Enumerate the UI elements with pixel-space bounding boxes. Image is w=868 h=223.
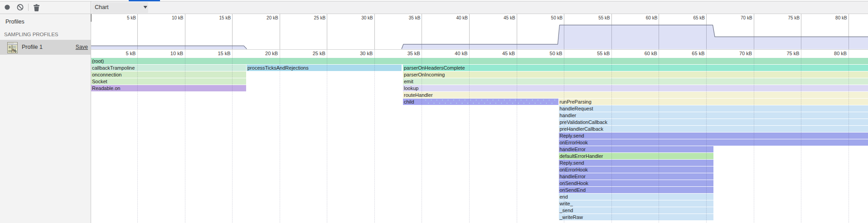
svg-text:%: % (13, 48, 17, 53)
